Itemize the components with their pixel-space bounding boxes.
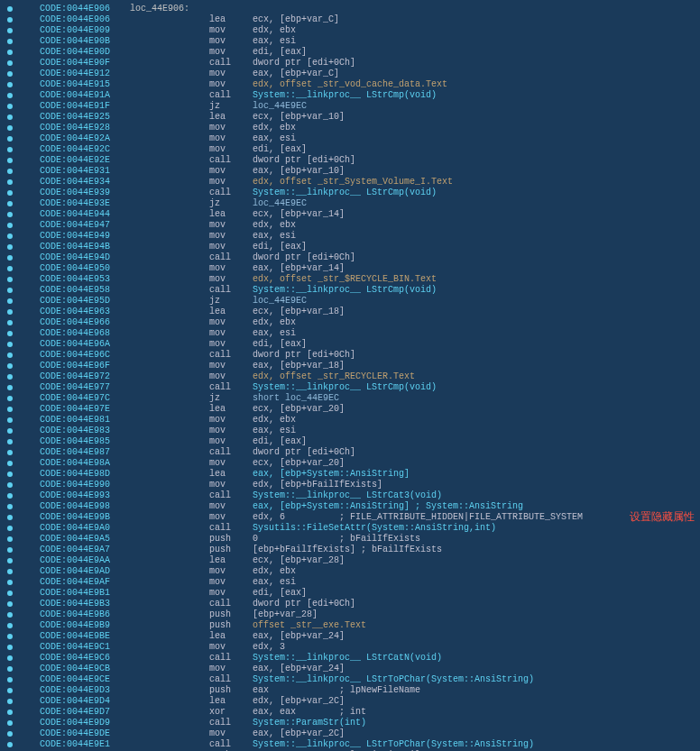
breakpoint-dot-icon[interactable]	[7, 223, 13, 228]
breakpoint-dot-icon[interactable]	[7, 82, 13, 87]
breakpoint-dot-icon[interactable]	[7, 569, 13, 574]
breakpoint-dot-icon[interactable]	[7, 580, 13, 585]
breakpoint-dot-icon[interactable]	[7, 623, 13, 628]
asm-line[interactable]: CODE:0044E92Ecalldword ptr [edi+0Ch]	[5, 155, 695, 166]
breakpoint-dot-icon[interactable]	[7, 385, 13, 390]
breakpoint-dot-icon[interactable]	[7, 17, 13, 23]
breakpoint-dot-icon[interactable]	[7, 169, 13, 174]
breakpoint-dot-icon[interactable]	[7, 158, 13, 163]
asm-line[interactable]: CODE:0044E931moveax, [ebp+var_10]	[5, 166, 695, 177]
breakpoint-dot-icon[interactable]	[7, 547, 13, 553]
asm-line[interactable]: CODE:0044E96Ccalldword ptr [edi+0Ch]	[5, 350, 695, 361]
asm-line[interactable]: CODE:0044E9ADmovedx, ebx	[5, 566, 695, 577]
asm-line[interactable]: CODE:0044E93Ejzloc_44E9EC	[5, 198, 695, 209]
asm-line[interactable]: CODE:0044E925leaecx, [ebp+var_10]	[5, 112, 695, 123]
asm-line[interactable]: CODE:0044E90Bmoveax, esi	[5, 36, 695, 47]
breakpoint-dot-icon[interactable]	[7, 309, 13, 315]
breakpoint-dot-icon[interactable]	[7, 612, 13, 618]
breakpoint-dot-icon[interactable]	[7, 634, 13, 639]
asm-line[interactable]: CODE:0044E985movedi, [eax]	[5, 436, 695, 447]
asm-line[interactable]: CODE:0044E90Dmovedi, [eax]	[5, 47, 695, 58]
breakpoint-dot-icon[interactable]	[7, 39, 13, 44]
breakpoint-dot-icon[interactable]	[7, 536, 13, 542]
asm-line[interactable]: CODE:0044E98Dleaeax, [ebp+System::AnsiSt…	[5, 469, 695, 480]
asm-line[interactable]: CODE:0044E968moveax, esi	[5, 328, 695, 339]
asm-line[interactable]: CODE:0044E9CBmoveax, [ebp+var_24]	[5, 664, 695, 674]
breakpoint-dot-icon[interactable]	[7, 677, 13, 682]
asm-line[interactable]: CODE:0044E9AAleaecx, [ebp+var_28]	[5, 555, 695, 566]
asm-line[interactable]: CODE:0044E915movedx, offset _str_vod_cac…	[5, 79, 695, 90]
asm-line[interactable]: CODE:0044E906leaecx, [ebp+var_C]	[5, 14, 695, 25]
breakpoint-dot-icon[interactable]	[7, 255, 13, 261]
breakpoint-dot-icon[interactable]	[7, 190, 13, 196]
asm-line[interactable]: CODE:0044E998moveax, [ebp+System::AnsiSt…	[5, 501, 695, 512]
breakpoint-dot-icon[interactable]	[7, 298, 13, 304]
asm-line[interactable]: CODE:0044E9D7xoreax, eax ; int	[5, 707, 695, 718]
breakpoint-dot-icon[interactable]	[7, 266, 13, 271]
breakpoint-dot-icon[interactable]	[7, 331, 13, 336]
breakpoint-dot-icon[interactable]	[7, 147, 13, 152]
breakpoint-dot-icon[interactable]	[7, 353, 13, 358]
breakpoint-dot-icon[interactable]	[7, 558, 13, 563]
asm-line[interactable]: CODE:0044E91Fjzloc_44E9EC	[5, 101, 695, 112]
breakpoint-dot-icon[interactable]	[7, 104, 13, 109]
asm-line[interactable]: CODE:0044E9BEleaeax, [ebp+var_24]	[5, 631, 695, 642]
breakpoint-dot-icon[interactable]	[7, 515, 13, 520]
asm-line[interactable]: CODE:0044E934movedx, offset _str_System_…	[5, 177, 695, 188]
breakpoint-dot-icon[interactable]	[7, 699, 13, 704]
breakpoint-dot-icon[interactable]	[7, 244, 13, 250]
asm-line[interactable]: CODE:0044E944leaecx, [ebp+var_14]	[5, 209, 695, 220]
asm-line[interactable]: CODE:0044E95Djzloc_44E9EC	[5, 296, 695, 307]
breakpoint-dot-icon[interactable]	[7, 493, 13, 499]
asm-line[interactable]: CODE:0044E9C1movedx, 3	[5, 642, 695, 653]
asm-line[interactable]: CODE:0044E906loc_44E906:	[5, 4, 695, 14]
asm-line[interactable]: CODE:0044E9A7push[ebp+bFailIfExists] ; b…	[5, 545, 695, 555]
breakpoint-dot-icon[interactable]	[7, 60, 13, 66]
breakpoint-dot-icon[interactable]	[7, 742, 13, 747]
asm-line[interactable]: CODE:0044E96Fmoveax, [ebp+var_18]	[5, 361, 695, 371]
breakpoint-dot-icon[interactable]	[7, 710, 13, 715]
asm-line[interactable]: CODE:0044E950moveax, [ebp+var_14]	[5, 263, 695, 274]
breakpoint-dot-icon[interactable]	[7, 428, 13, 434]
asm-line[interactable]: CODE:0044E9DEmoveax, [ebp+var_2C]	[5, 728, 695, 739]
breakpoint-dot-icon[interactable]	[7, 6, 13, 12]
asm-line[interactable]: CODE:0044E9D3pusheax ; lpNewFileName	[5, 685, 695, 696]
asm-line[interactable]: CODE:0044E9E1callSystem::__linkproc__ LS…	[5, 739, 695, 750]
asm-line[interactable]: CODE:0044E981movedx, ebx	[5, 415, 695, 426]
breakpoint-dot-icon[interactable]	[7, 277, 13, 282]
asm-line[interactable]: CODE:0044E993callSystem::__linkproc__ LS…	[5, 490, 695, 501]
asm-line[interactable]: CODE:0044E963leaecx, [ebp+var_18]	[5, 307, 695, 317]
asm-line[interactable]: CODE:0044E972movedx, offset _str_RECYCLE…	[5, 371, 695, 382]
breakpoint-dot-icon[interactable]	[7, 28, 13, 33]
breakpoint-dot-icon[interactable]	[7, 71, 13, 77]
asm-line[interactable]: CODE:0044E9B6push[ebp+var_28]	[5, 609, 695, 620]
breakpoint-dot-icon[interactable]	[7, 179, 13, 185]
breakpoint-dot-icon[interactable]	[7, 201, 13, 206]
breakpoint-dot-icon[interactable]	[7, 655, 13, 661]
breakpoint-dot-icon[interactable]	[7, 136, 13, 142]
breakpoint-dot-icon[interactable]	[7, 363, 13, 369]
asm-line[interactable]: CODE:0044E9A0callSysutils::FileSetAttr(S…	[5, 523, 695, 534]
breakpoint-dot-icon[interactable]	[7, 439, 13, 444]
breakpoint-dot-icon[interactable]	[7, 461, 13, 466]
asm-line[interactable]: CODE:0044E92Cmovedi, [eax]	[5, 144, 695, 155]
asm-line[interactable]: CODE:0044E953movedx, offset _str_$RECYCL…	[5, 274, 695, 285]
asm-line[interactable]: CODE:0044E912moveax, [ebp+var_C]	[5, 69, 695, 79]
asm-line[interactable]: CODE:0044E9C6callSystem::__linkproc__ LS…	[5, 653, 695, 664]
asm-line[interactable]: CODE:0044E9D4leaedx, [ebp+var_2C]	[5, 696, 695, 707]
asm-line[interactable]: CODE:0044E96Amovedi, [eax]	[5, 339, 695, 350]
breakpoint-dot-icon[interactable]	[7, 93, 13, 98]
breakpoint-dot-icon[interactable]	[7, 212, 13, 217]
asm-line[interactable]: CODE:0044E928movedx, ebx	[5, 123, 695, 133]
asm-line[interactable]: CODE:0044E94Bmovedi, [eax]	[5, 242, 695, 252]
asm-line[interactable]: CODE:0044E987calldword ptr [edi+0Ch]	[5, 447, 695, 458]
breakpoint-dot-icon[interactable]	[7, 396, 13, 401]
breakpoint-dot-icon[interactable]	[7, 645, 13, 650]
asm-line[interactable]: CODE:0044E9B9pushoffset _str__exe.Text	[5, 620, 695, 631]
asm-line[interactable]: CODE:0044E9CEcallSystem::__linkproc__ LS…	[5, 674, 695, 685]
asm-line[interactable]: CODE:0044E939callSystem::__linkproc__ LS…	[5, 188, 695, 198]
breakpoint-dot-icon[interactable]	[7, 526, 13, 531]
breakpoint-dot-icon[interactable]	[7, 720, 13, 726]
breakpoint-dot-icon[interactable]	[7, 374, 13, 380]
asm-line[interactable]: CODE:0044E91AcallSystem::__linkproc__ LS…	[5, 90, 695, 101]
